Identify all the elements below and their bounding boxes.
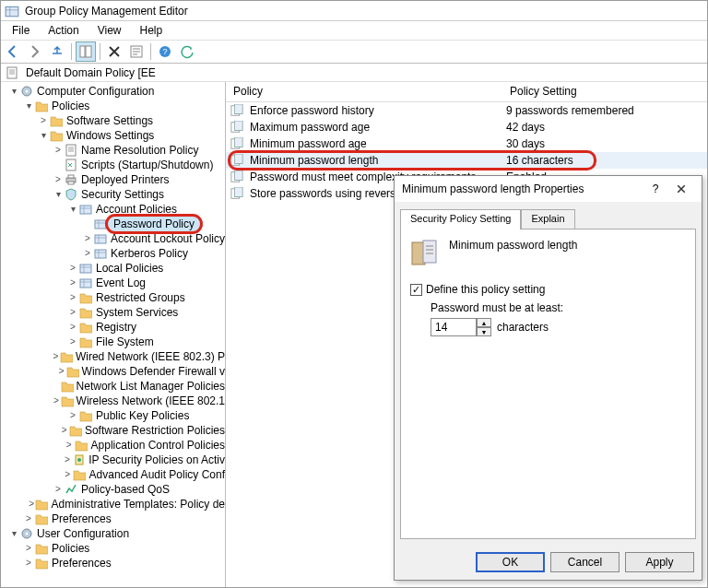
tree-node[interactable]: >Registry	[1, 320, 225, 335]
nav-back-button[interactable]	[3, 41, 23, 62]
tree-node[interactable]: >File System	[1, 335, 225, 349]
tree-node[interactable]: >Event Log	[1, 276, 225, 290]
menubar: File Action View Help	[1, 21, 707, 40]
ok-button[interactable]: OK	[476, 552, 545, 572]
expand-toggle[interactable]: >	[67, 276, 78, 290]
policy-name: Maximum password age	[250, 121, 370, 134]
expand-toggle[interactable]: ▾	[67, 202, 78, 217]
folder-icon	[78, 335, 93, 349]
dialog-close-button[interactable]	[668, 180, 694, 198]
value-input[interactable]	[431, 318, 477, 336]
tab-explain[interactable]: Explain	[521, 209, 574, 229]
expand-toggle[interactable]: >	[67, 305, 78, 320]
tree-node[interactable]: ▾Security Settings	[1, 187, 225, 202]
tree-node[interactable]: >Public Key Policies	[1, 408, 225, 423]
tree-node[interactable]: >Restricted Groups	[1, 290, 225, 305]
policy-item-icon	[230, 153, 244, 168]
tree-node[interactable]: >Preferences	[1, 556, 225, 570]
policy-row[interactable]: Enforce password history9 passwords reme…	[226, 102, 707, 119]
tree-node[interactable]: >Local Policies	[1, 261, 225, 276]
expand-toggle[interactable]: ▾	[8, 526, 19, 541]
tree-node[interactable]: >Deployed Printers	[1, 172, 225, 187]
expand-toggle[interactable]: >	[67, 290, 78, 305]
tree-node[interactable]: >Preferences	[1, 512, 225, 526]
expand-toggle[interactable]: >	[67, 335, 78, 349]
tree-node[interactable]: ▾Windows Settings	[1, 128, 225, 143]
nav-up-button[interactable]	[47, 41, 67, 62]
nav-forward-button[interactable]	[25, 41, 45, 62]
cancel-button[interactable]: Cancel	[550, 552, 620, 572]
menu-help[interactable]: Help	[131, 22, 172, 39]
expand-toggle[interactable]: >	[23, 512, 34, 526]
expand-toggle[interactable]: >	[82, 246, 93, 261]
menu-action[interactable]: Action	[39, 22, 88, 39]
tree-node[interactable]: Scripts (Startup/Shutdown)	[1, 158, 225, 172]
tree-node[interactable]: >Advanced Audit Policy Conf	[1, 467, 225, 482]
help-button[interactable]	[155, 41, 175, 62]
expand-toggle[interactable]: >	[82, 231, 93, 246]
tab-security-policy-setting[interactable]: Security Policy Setting	[400, 209, 521, 229]
col-setting[interactable]: Policy Setting	[502, 82, 584, 101]
expand-toggle[interactable]: ▾	[8, 84, 19, 99]
tree-node[interactable]: >Name Resolution Policy	[1, 143, 225, 158]
policy-icon	[410, 239, 440, 268]
tree-node[interactable]: >Application Control Policies	[1, 438, 225, 453]
define-policy-checkbox[interactable]: ✓ Define this policy setting	[410, 283, 686, 296]
expand-toggle[interactable]: >	[52, 349, 60, 364]
tree-node[interactable]: >System Services	[1, 305, 225, 320]
expand-toggle[interactable]: >	[67, 408, 78, 423]
expand-toggle[interactable]: >	[53, 482, 64, 497]
tree-node[interactable]: >Wired Network (IEEE 802.3) P	[1, 349, 225, 364]
dialog-help-button[interactable]: ?	[643, 180, 668, 198]
expand-toggle[interactable]: >	[28, 497, 36, 512]
breadcrumb-bar: Default Domain Policy [EE	[1, 64, 707, 82]
tree-node[interactable]: >Windows Defender Firewall v	[1, 364, 225, 379]
refresh-button[interactable]	[177, 41, 197, 62]
expand-toggle[interactable]: ▾	[38, 128, 49, 143]
apply-button[interactable]: Apply	[625, 552, 694, 572]
tree-node[interactable]: ▾Policies	[1, 99, 225, 113]
tree-label: Account Lockout Policy	[111, 231, 225, 246]
expand-toggle[interactable]: >	[23, 541, 34, 556]
expand-toggle[interactable]: >	[62, 453, 72, 467]
expand-toggle[interactable]: ▾	[23, 99, 34, 113]
tree-node[interactable]: Network List Manager Policies	[1, 379, 225, 394]
expand-toggle[interactable]: >	[64, 438, 74, 453]
expand-toggle[interactable]: >	[52, 394, 60, 408]
col-policy[interactable]: Policy	[226, 82, 502, 101]
menu-view[interactable]: View	[88, 22, 131, 39]
properties-button[interactable]	[126, 41, 147, 62]
nav-tree[interactable]: ▾Computer Configuration▾Policies>Softwar…	[1, 82, 226, 587]
tree-node[interactable]: >Software Settings	[1, 113, 225, 128]
scope-view-button[interactable]	[76, 41, 96, 62]
tree-node[interactable]: Password Policy	[1, 217, 225, 231]
tree-node[interactable]: >Software Restriction Policies	[1, 423, 225, 438]
tree-node[interactable]: ▾User Configuration	[1, 526, 225, 541]
spin-up-button[interactable]: ▲	[477, 318, 491, 327]
menu-file[interactable]: File	[3, 22, 39, 39]
tree-node[interactable]: ▾Computer Configuration	[1, 84, 225, 99]
tree-node[interactable]: >Administrative Templates: Policy de	[1, 497, 225, 512]
expand-toggle[interactable]: >	[63, 467, 73, 482]
expand-toggle[interactable]: >	[67, 261, 78, 276]
tree-node[interactable]: >IP Security Policies on Activ	[1, 453, 225, 467]
policy-row[interactable]: Minimum password age30 days	[226, 135, 707, 152]
expand-toggle[interactable]: >	[38, 113, 49, 128]
expand-toggle[interactable]: >	[59, 423, 69, 438]
expand-toggle[interactable]: >	[53, 172, 64, 187]
tree-node[interactable]: >Account Lockout Policy	[1, 231, 225, 246]
expand-toggle[interactable]: >	[23, 556, 34, 570]
tree-node[interactable]: >Policy-based QoS	[1, 482, 225, 497]
expand-toggle[interactable]: >	[67, 320, 78, 335]
tree-node[interactable]: >Kerberos Policy	[1, 246, 225, 261]
expand-toggle[interactable]: ▾	[53, 187, 64, 202]
expand-toggle[interactable]: >	[57, 364, 66, 379]
tree-node[interactable]: >Wireless Network (IEEE 802.1	[1, 394, 225, 408]
policy-row[interactable]: Minimum password length16 characters	[226, 152, 707, 169]
delete-button[interactable]	[104, 41, 124, 62]
tree-node[interactable]: >Policies	[1, 541, 225, 556]
policy-row[interactable]: Maximum password age42 days	[226, 119, 707, 135]
policy-header-row: Minimum password length	[410, 239, 686, 268]
spin-down-button[interactable]: ▼	[477, 327, 491, 336]
expand-toggle[interactable]: >	[53, 143, 64, 158]
